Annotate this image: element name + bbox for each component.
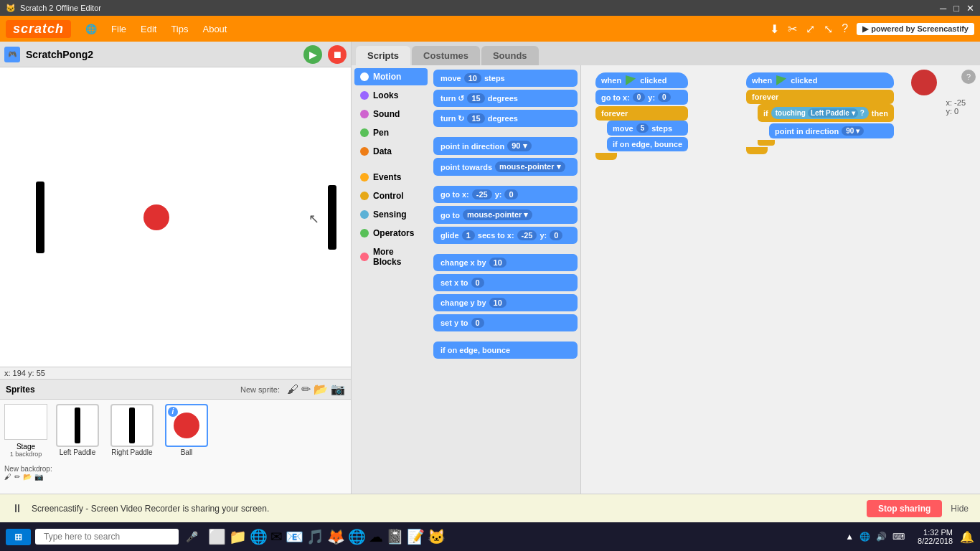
- outlook-icon[interactable]: 📧: [286, 528, 303, 545]
- block-glide-x[interactable]: -25: [517, 230, 537, 240]
- forever-label[interactable]: forever: [595, 106, 688, 121]
- forever-label-2[interactable]: forever: [746, 90, 894, 104]
- block-turn-left-input[interactable]: 15: [467, 93, 484, 103]
- block-goto-input[interactable]: mouse-pointer ▾: [463, 209, 532, 220]
- cat-control[interactable]: Control: [354, 187, 428, 204]
- stage-sprite-item[interactable]: Stage 1 backdrop: [4, 404, 47, 458]
- tab-sounds[interactable]: Sounds: [481, 46, 539, 65]
- block-turn-right-input[interactable]: 15: [467, 113, 484, 123]
- when-clicked-hat-2[interactable]: when clicked: [746, 72, 894, 88]
- block-towards-input[interactable]: mouse-pointer ▾: [495, 161, 565, 172]
- block-goto[interactable]: go to mouse-pointer ▾: [433, 206, 578, 224]
- block-move-steps-input[interactable]: 10: [464, 73, 481, 83]
- stop-sharing-button[interactable]: Stop sharing: [867, 500, 942, 517]
- cat-looks[interactable]: Looks: [354, 87, 428, 104]
- hide-button[interactable]: Hide: [951, 504, 969, 514]
- block-change-x[interactable]: change x by 10: [433, 254, 578, 271]
- block-set-x[interactable]: set x to 0: [433, 274, 578, 291]
- import-icon[interactable]: ⬇: [770, 22, 779, 36]
- maximize-button[interactable]: □: [953, 3, 959, 14]
- block-turn-left[interactable]: turn ↺ 15 degrees: [433, 90, 578, 107]
- volume-icon[interactable]: 🔊: [876, 532, 887, 542]
- window-controls[interactable]: ─ □ ✕: [940, 3, 974, 14]
- block-change-y-input[interactable]: 10: [489, 298, 507, 308]
- shrink-icon[interactable]: ⤡: [824, 22, 833, 36]
- upload-sprite-icon[interactable]: 📂: [314, 382, 328, 396]
- edge-icon[interactable]: 🌐: [250, 528, 268, 545]
- cat-more-blocks[interactable]: More Blocks: [354, 243, 428, 270]
- point-direction-block[interactable]: point in direction 90 ▾: [769, 123, 894, 138]
- copy-icon[interactable]: ✂: [788, 22, 797, 36]
- block-move[interactable]: move 10 steps: [433, 70, 578, 87]
- sc-pause-icon[interactable]: ⏸: [11, 502, 23, 515]
- stop-button[interactable]: ⏹: [328, 45, 347, 64]
- music-icon[interactable]: 🎵: [306, 528, 324, 545]
- block-goto-y-input[interactable]: 0: [504, 189, 517, 199]
- block-goto-x-input[interactable]: -25: [472, 189, 492, 199]
- cat-sensing[interactable]: Sensing: [354, 206, 428, 223]
- left-paddle-sprite-item[interactable]: Left Paddle: [53, 404, 102, 456]
- scratch-task-icon[interactable]: 🐱: [428, 528, 446, 545]
- taskbar-clock[interactable]: 1:32 PM 8/22/2018: [918, 528, 953, 545]
- help-icon[interactable]: ?: [842, 22, 848, 35]
- chrome-icon[interactable]: 🌐: [348, 528, 366, 545]
- when-clicked-hat-1[interactable]: when clicked: [595, 72, 688, 88]
- cat-sound[interactable]: Sound: [354, 105, 428, 123]
- block-change-y[interactable]: change y by 10: [433, 294, 578, 311]
- tray-arrow-icon[interactable]: ▲: [845, 532, 854, 542]
- tab-costumes[interactable]: Costumes: [412, 46, 480, 65]
- block-turn-right[interactable]: turn ↻ 15 degrees: [433, 110, 578, 127]
- search-input[interactable]: [35, 529, 179, 545]
- firefox-icon[interactable]: 🦊: [327, 528, 345, 545]
- start-button[interactable]: ⊞: [6, 529, 31, 545]
- mail-icon[interactable]: ✉: [270, 528, 283, 545]
- input-icon[interactable]: ⌨: [892, 532, 905, 542]
- microphone-icon[interactable]: 🎤: [186, 531, 198, 542]
- new-sprite-icon[interactable]: ✏: [301, 382, 311, 396]
- file-menu[interactable]: File: [104, 19, 133, 39]
- block-bounce[interactable]: if on edge, bounce: [433, 342, 578, 359]
- onedrive-icon[interactable]: ☁: [369, 528, 383, 545]
- ball-sprite-item[interactable]: Ball: [162, 404, 211, 456]
- word-icon[interactable]: 📝: [407, 528, 425, 545]
- tips-menu[interactable]: Tips: [164, 19, 195, 39]
- taskview-icon[interactable]: ⬜: [208, 528, 226, 545]
- block-point-direction[interactable]: point in direction 90 ▾: [433, 137, 578, 155]
- edit-backdrop-icon[interactable]: ✏: [14, 473, 20, 481]
- block-set-y-input[interactable]: 0: [471, 318, 484, 328]
- green-flag-button[interactable]: ▶: [303, 45, 322, 64]
- if-touching-block[interactable]: if touching Left Paddle ▾ ? then: [758, 104, 894, 122]
- block-point-towards[interactable]: point towards mouse-pointer ▾: [433, 158, 578, 176]
- goto-xy-block[interactable]: go to x: 0 y: 0: [595, 90, 688, 105]
- globe-icon[interactable]: 🌐: [78, 19, 104, 39]
- right-paddle-sprite-item[interactable]: Right Paddle: [108, 404, 156, 456]
- tab-scripts[interactable]: Scripts: [356, 46, 410, 65]
- block-set-y[interactable]: set y to 0: [433, 314, 578, 331]
- upload-backdrop-icon[interactable]: 📂: [23, 473, 32, 481]
- block-set-x-input[interactable]: 0: [471, 278, 484, 288]
- block-glide-secs[interactable]: 1: [462, 230, 475, 240]
- onenote-icon[interactable]: 📓: [386, 528, 404, 545]
- camera-backdrop-icon[interactable]: 📷: [34, 473, 43, 481]
- grow-icon[interactable]: ⤢: [806, 22, 815, 36]
- block-direction-input[interactable]: 90 ▾: [507, 141, 531, 151]
- block-glide-y[interactable]: 0: [550, 230, 562, 240]
- camera-sprite-icon[interactable]: 📷: [331, 382, 345, 396]
- explorer-icon[interactable]: 📁: [229, 528, 247, 545]
- notifications-icon[interactable]: 🔔: [960, 530, 974, 544]
- network-icon[interactable]: 🌐: [859, 532, 870, 542]
- close-button[interactable]: ✕: [966, 3, 974, 14]
- minimize-button[interactable]: ─: [940, 3, 946, 14]
- about-menu[interactable]: About: [195, 19, 234, 39]
- cat-motion[interactable]: Motion: [354, 68, 428, 85]
- bounce-block-1[interactable]: if on edge, bounce: [607, 137, 688, 151]
- paint-sprite-icon[interactable]: 🖌: [287, 383, 298, 396]
- move-steps-block[interactable]: move 5 steps: [607, 121, 688, 136]
- block-glide[interactable]: glide 1 secs to x: -25 y: 0: [433, 227, 578, 244]
- cat-data[interactable]: Data: [354, 143, 428, 160]
- cat-events[interactable]: Events: [354, 169, 428, 186]
- edit-menu[interactable]: Edit: [133, 19, 164, 39]
- help-question-icon[interactable]: ?: [961, 70, 976, 84]
- block-change-x-input[interactable]: 10: [489, 258, 507, 268]
- paint-backdrop-icon[interactable]: 🖌: [4, 473, 11, 481]
